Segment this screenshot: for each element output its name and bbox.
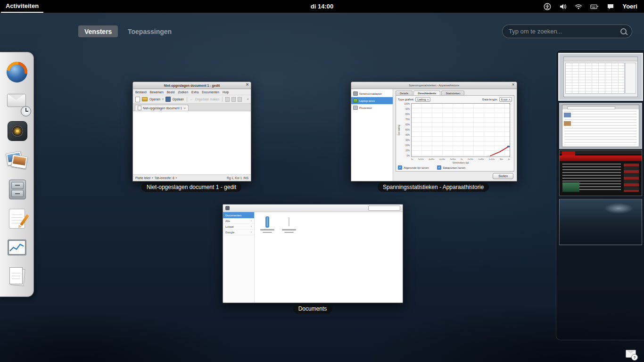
accessibility-icon[interactable] xyxy=(544,3,551,10)
checkbox-checked-icon xyxy=(398,165,402,170)
evolution-mail-icon xyxy=(7,94,26,107)
x-tick: 0s xyxy=(508,158,510,160)
y-tick: 40% xyxy=(405,134,410,136)
sidebar-item-google: Google xyxy=(223,230,254,235)
wifi-icon[interactable] xyxy=(575,3,582,10)
photos-icon xyxy=(6,148,28,171)
x-tick: 5u24m xyxy=(418,158,424,160)
gnome-activities-overview: Activiteiten di 14:00 Yoeri Vensters Toe… xyxy=(0,0,644,362)
overflow-icon xyxy=(247,98,248,100)
window-power-statistics[interactable]: Spanningsstatistieken - Apparaathistorie… xyxy=(351,82,517,181)
workspace-switcher xyxy=(556,49,644,340)
dash-item-photos[interactable] xyxy=(6,148,28,171)
gedit-tabbar: Niet-opgeslagen document 1 xyxy=(133,104,251,111)
language-mode: Platte tekst xyxy=(135,176,150,180)
undo-button: Ongedaan maken xyxy=(195,98,219,101)
message-tray-icon[interactable]: ? xyxy=(626,348,638,361)
chevron-right-icon xyxy=(251,230,252,234)
help-badge: ? xyxy=(631,354,638,361)
dash-item-files[interactable] xyxy=(6,178,28,200)
chevron-down-icon xyxy=(427,99,429,101)
y-tick: 30% xyxy=(405,139,410,141)
chevron-right-icon xyxy=(251,225,252,228)
chevron-right-icon xyxy=(251,219,252,222)
insert-mode: INS xyxy=(243,176,248,180)
processor-icon xyxy=(353,106,358,110)
clock[interactable]: di 14:00 xyxy=(311,3,333,10)
menu-item: Bestand xyxy=(135,90,147,94)
document-caption-line xyxy=(284,232,294,233)
y-tick: 90% xyxy=(405,108,410,110)
tab-windows[interactable]: Vensters xyxy=(78,25,118,37)
dash-item-evolution[interactable] xyxy=(6,90,28,113)
workspace-thumbnail-3[interactable] xyxy=(559,150,642,196)
input-source-icon[interactable] xyxy=(590,3,599,10)
copy-icon xyxy=(231,97,236,102)
dash-item-gedit[interactable] xyxy=(6,207,28,230)
y-tick: 10% xyxy=(405,149,410,152)
document-icon xyxy=(138,106,141,110)
x-tick: 2u24m xyxy=(468,158,473,160)
tab-close-icon xyxy=(183,107,186,110)
dash-item-rhythmbox[interactable] xyxy=(6,119,28,142)
clock-overlay-icon xyxy=(21,106,31,116)
tab-width: Tab-breedte: 8 xyxy=(155,176,174,180)
documents-icon xyxy=(9,267,25,286)
user-menu[interactable]: Yoeri xyxy=(622,3,637,10)
dash-item-firefox[interactable] xyxy=(6,61,28,83)
workspace-thumbnail-2[interactable] xyxy=(559,103,642,149)
tab-label: Niet-opgeslagen document 1 xyxy=(143,107,182,110)
top-bar: Activiteiten di 14:00 Yoeri xyxy=(0,0,644,13)
y-tick: 70% xyxy=(405,118,410,121)
window-gedit[interactable]: Niet-opgeslagen document 1 - gedit Besta… xyxy=(132,82,251,181)
power-titlebar: Spanningsstatistieken - Apparaathistorie xyxy=(351,82,517,89)
search-icon xyxy=(620,28,627,34)
volume-icon[interactable] xyxy=(559,3,567,10)
ac-adapter-icon xyxy=(353,91,358,96)
search-box[interactable] xyxy=(502,25,632,38)
documents-search-field xyxy=(368,206,400,211)
gedit-title: Niet-opgeslagen document 1 - gedit xyxy=(164,84,220,87)
gedit-text-area xyxy=(133,111,251,174)
window-documents[interactable]: Documenten Alle Lokaal Google xyxy=(223,204,403,303)
sidebar-item-local: Lokaal xyxy=(223,224,254,230)
graph-type-label: Type grafiek: xyxy=(398,98,414,101)
dash-item-documents[interactable] xyxy=(6,265,28,288)
file-cabinet-icon xyxy=(9,180,26,199)
documents-grid xyxy=(255,212,403,303)
menu-item: Bewerken xyxy=(150,90,164,94)
chat-icon[interactable] xyxy=(607,3,614,10)
dash-item-power-statistics[interactable] xyxy=(6,236,28,259)
x-tick: 6u xyxy=(411,158,413,160)
x-tick: 3u xyxy=(461,158,462,160)
tab-applications[interactable]: Toepassingen xyxy=(122,25,178,37)
gedit-statusbar: Platte tekst Tab-breedte: 8 Rg 1, Kol 1 … xyxy=(133,174,251,181)
search-input[interactable] xyxy=(508,27,618,35)
x-tick: 36m xyxy=(500,158,504,160)
workspace-thumbnail-4[interactable] xyxy=(559,199,642,245)
power-device-list: Netstroomadapter Laptop-accu Processor xyxy=(351,89,393,181)
window-label-documents: Documents xyxy=(293,304,332,313)
document-card-selected xyxy=(260,216,274,233)
x-tick: 1u48m xyxy=(478,158,484,160)
browser-window-preview xyxy=(562,105,639,147)
data-points-checkbox: Datapunten tonen xyxy=(437,165,465,170)
graph-type-combo: Lading xyxy=(415,97,430,102)
chart-plot-area xyxy=(411,103,510,157)
menu-item: Beeld xyxy=(167,90,175,94)
chart-xlabel: Verstreken tijd xyxy=(411,161,510,164)
activities-button[interactable]: Activiteiten xyxy=(1,0,43,13)
y-tick: 20% xyxy=(405,144,410,147)
window-label-power: Spanningsstatistieken - Apparaathistorie xyxy=(378,182,489,192)
cursor-position: Rg 1, Kol 1 xyxy=(227,176,242,180)
workspace-thumbnail-1[interactable] xyxy=(559,54,642,100)
y-tick: 60% xyxy=(405,123,410,126)
view-grid-icon xyxy=(225,206,230,210)
chart-ylabel: Cel-lading xyxy=(397,124,400,135)
text-editor-icon xyxy=(9,209,25,229)
gedit-menubar: BestandBewerkenBeeldZoekenExtraDocumente… xyxy=(133,89,251,95)
chevron-down-icon xyxy=(162,98,164,100)
paste-icon xyxy=(238,97,242,102)
history-panel: Type grafiek: Lading Data-lengte: 6 uur … xyxy=(396,95,514,172)
rhythmbox-speaker-icon xyxy=(8,121,27,141)
